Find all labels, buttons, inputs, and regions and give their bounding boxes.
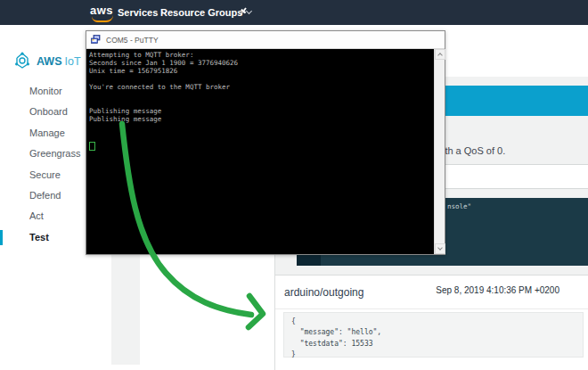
- terminal-line: You're connected to the MQTT broker: [89, 83, 434, 91]
- aws-iot-logo: AWSIoT: [13, 52, 81, 70]
- terminal-line: [89, 99, 434, 107]
- putty-window-title: COM5 - PuTTY: [106, 36, 159, 45]
- scroll-down-button[interactable]: [435, 243, 445, 254]
- mqtt-message-card: arduino/outgoing Sep 8, 2019 4:10:36 PM …: [275, 275, 588, 370]
- terminal-line: [89, 91, 434, 99]
- terminal-line: Attempting to MQTT broker:: [89, 51, 434, 59]
- message-payload-block: { "message": "hello", "testdata": 15533 …: [283, 312, 584, 358]
- terminal-line: Publishing message: [89, 107, 434, 115]
- terminal-scrollbar[interactable]: [434, 49, 445, 254]
- scroll-up-button[interactable]: [435, 49, 445, 60]
- mqtt-message-header: arduino/outgoing Sep 8, 2019 4:10:36 PM …: [275, 275, 588, 309]
- putty-app-icon: [91, 35, 101, 45]
- subscriptions-column: [140, 255, 275, 370]
- pin-icon[interactable]: [237, 6, 249, 18]
- publish-topic-input[interactable]: [431, 164, 588, 189]
- logo-text-iot: IoT: [64, 55, 80, 68]
- putty-window: COM5 - PuTTY Attempting to MQTT broker: …: [86, 30, 445, 255]
- qos-helper-text: with a QoS of 0.: [436, 145, 505, 156]
- nav-services-menu[interactable]: Services: [118, 0, 167, 25]
- topic-name: arduino/outgoing: [284, 286, 363, 299]
- payload-editor-tab: [297, 254, 321, 266]
- aws-iot-logo-icon: [13, 52, 31, 70]
- top-navigation-bar: aws Services Resource Groups: [0, 0, 588, 25]
- terminal-cursor: [89, 142, 95, 151]
- payload-line: "message": "hello",: [291, 327, 583, 338]
- nav-resource-groups-label: Resource Groups: [160, 7, 242, 18]
- nav-services-label: Services: [118, 7, 158, 18]
- aws-logo-smile-icon: [92, 15, 113, 22]
- putty-title-bar[interactable]: COM5 - PuTTY: [86, 31, 445, 49]
- aws-iot-console-screenshot: with a QoS of 0. nsole" arduino/outgoing…: [0, 0, 588, 370]
- terminal-line: [89, 75, 434, 83]
- terminal-line: Unix time = 1567951826: [89, 67, 434, 75]
- payload-line: {: [291, 317, 583, 327]
- terminal-line: Seconds since Jan 1 1900 = 3776940626: [89, 59, 434, 67]
- terminal-output: Attempting to MQTT broker: Seconds since…: [86, 49, 434, 254]
- payload-editor-code-fragment: nsole": [447, 202, 471, 210]
- terminal-line: Publishing message: [89, 115, 434, 123]
- message-timestamp: Sep 8, 2019 4:10:36 PM +0200: [436, 285, 559, 295]
- logo-text-aws: AWS: [37, 55, 61, 68]
- payload-line: }: [291, 349, 583, 360]
- payload-line: "testdata": 15533: [291, 339, 583, 349]
